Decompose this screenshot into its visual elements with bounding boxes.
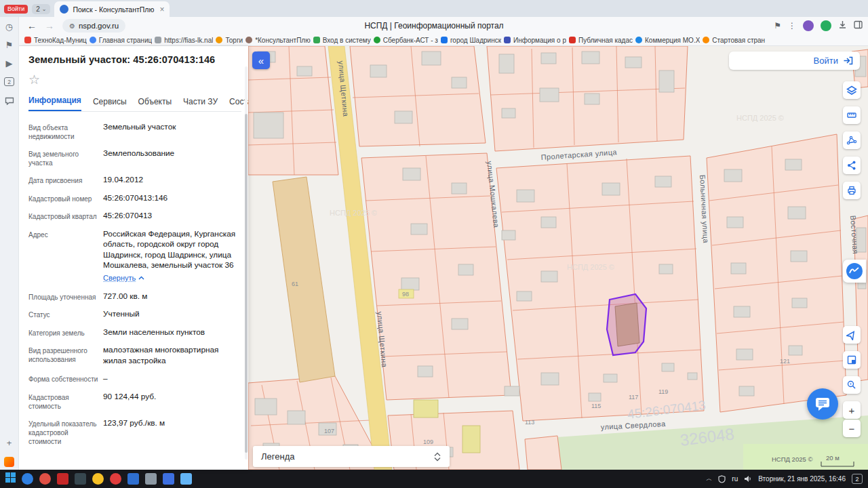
active-tab[interactable]: Поиск - КонсультантПлю ×	[54, 1, 170, 17]
cadastral-map[interactable]: улица Щеткина улица Щеткина улица Мошкал…	[248, 46, 868, 470]
windows-taskbar: ︿ ru Вторник, 21 янв 2025, 16:46 2	[0, 470, 868, 488]
shield-icon[interactable]	[718, 475, 726, 483]
taskbar-app-icon[interactable]	[145, 473, 157, 485]
panel-scrollbar[interactable]	[245, 66, 248, 460]
taskbar-app-icon[interactable]	[180, 473, 192, 485]
notification-badge[interactable]: 2	[852, 474, 863, 484]
chat-bubble-icon[interactable]	[5, 96, 14, 108]
bookmark-item[interactable]: Главная страниц	[90, 37, 152, 44]
share-icon	[846, 160, 857, 171]
attribute-row: Вид объекта недвижимостиЗемельный участо…	[28, 115, 241, 141]
favorite-star-icon[interactable]: ☆	[28, 72, 241, 87]
taskbar-app-icon[interactable]	[92, 473, 104, 485]
bookmark-favicon	[24, 37, 31, 43]
bookmark-item[interactable]: Публичная кадас	[569, 37, 633, 44]
taskbar-app-icon[interactable]	[110, 473, 121, 485]
feedback-pen-button[interactable]	[843, 260, 866, 283]
history-clock-icon[interactable]: ◷	[5, 22, 13, 31]
attribute-row: Дата присвоения19.04.2012	[28, 167, 241, 186]
bookmark-item[interactable]: *КонсультантПлю	[245, 37, 311, 44]
player-icon[interactable]: ▶	[6, 59, 13, 68]
zoom-in-button[interactable]: +	[843, 401, 861, 419]
bookmark-flag-icon[interactable]: ⚑	[774, 22, 781, 30]
parcel-number: 107	[324, 428, 334, 434]
support-chat-button[interactable]	[807, 388, 838, 420]
taskbar-app-icon[interactable]	[163, 473, 174, 485]
collapse-address-link[interactable]: Свернуть	[103, 273, 144, 283]
login-bar[interactable]: Войти	[729, 52, 860, 70]
close-icon[interactable]: ×	[159, 5, 164, 14]
share-button[interactable]	[843, 157, 861, 174]
bookmark-favicon	[635, 37, 642, 43]
bookmark-item[interactable]: город Шадринск	[441, 37, 501, 44]
bookmark-item[interactable]: Сбербанк-АСТ - з	[374, 37, 438, 44]
tab-information[interactable]: Информация	[28, 96, 81, 111]
bookmarks-flag-icon[interactable]: ⚑	[5, 41, 14, 49]
taskbar-app-icon[interactable]	[22, 473, 33, 485]
windows-logo-icon	[5, 472, 16, 483]
collapse-panel-button[interactable]: «	[252, 52, 270, 69]
tab-parts[interactable]: Части ЗУ	[183, 97, 218, 111]
bookmark-favicon	[155, 37, 161, 43]
bookmark-item[interactable]: Торги	[216, 37, 243, 44]
login-button-label[interactable]: Войти	[814, 56, 838, 66]
back-icon[interactable]: ←	[27, 21, 37, 30]
address-value: Российская Федерация, Курганская область…	[103, 229, 235, 270]
taskbar-app-icon[interactable]	[39, 473, 51, 485]
start-button[interactable]	[5, 472, 16, 485]
measure-area-button[interactable]	[843, 131, 861, 149]
taskbar-app-icon[interactable]	[127, 473, 139, 485]
taskbar-app-icon[interactable]	[57, 473, 68, 485]
object-title: Земельный участок: 45:26:070413:146	[28, 54, 241, 65]
scrollbar-thumb[interactable]	[245, 114, 248, 453]
profile-avatar[interactable]	[803, 20, 814, 31]
taskbar-app-icon[interactable]	[75, 473, 86, 485]
side-panel-icon[interactable]	[854, 20, 863, 32]
bookmark-favicon	[441, 37, 448, 43]
yandex-services-icon[interactable]	[4, 457, 14, 467]
tray-expand-icon[interactable]: ︿	[706, 474, 712, 483]
bookmark-item[interactable]: Вход в систему	[313, 37, 371, 44]
layers-button[interactable]	[843, 81, 861, 99]
tab-services[interactable]: Сервисы	[93, 97, 127, 111]
chevron-up-icon	[138, 276, 144, 280]
parcel-number: 115	[591, 403, 601, 409]
gps-arrow-icon	[846, 329, 857, 340]
print-button[interactable]	[843, 182, 861, 199]
attribute-row: Кадастровый номер45:26:070413:146	[28, 186, 241, 204]
language-indicator[interactable]: ru	[732, 475, 738, 483]
legend-bar[interactable]: Легенда	[253, 446, 450, 467]
secondary-avatar[interactable]	[821, 20, 831, 31]
tabs-count-badge[interactable]: 2	[4, 77, 14, 86]
parcel-number: 109	[423, 439, 433, 445]
bookmark-item[interactable]: Стартовая стран	[703, 37, 765, 44]
clock-datetime[interactable]: Вторник, 21 янв 2025, 16:46	[758, 475, 846, 483]
menu-dots-icon[interactable]: ⋮	[788, 22, 796, 30]
tab-favicon	[60, 5, 68, 14]
bookmark-item[interactable]: Информация о р	[504, 37, 566, 44]
magnifier-icon	[846, 380, 857, 390]
speaker-icon[interactable]	[744, 475, 752, 483]
search-on-map-button[interactable]	[843, 376, 861, 394]
bookmark-item[interactable]: ТехноКад-Муниц	[24, 37, 87, 44]
measure-ruler-button[interactable]	[843, 106, 861, 124]
url-field[interactable]: ⚙ nspd.gov.ru	[62, 19, 125, 33]
my-location-button[interactable]	[843, 326, 861, 344]
bookmarks-bar: ТехноКад-Муниц Главная страниц https://f…	[0, 35, 868, 46]
bookmark-item[interactable]: Коммерция МО.Х	[635, 37, 700, 44]
site-settings-icon[interactable]: ⚙	[69, 22, 75, 30]
overview-map-button[interactable]	[843, 351, 861, 369]
selected-parcel[interactable]	[607, 294, 646, 355]
bookmark-favicon	[216, 37, 222, 43]
expand-collapse-chevrons-icon[interactable]	[433, 452, 441, 462]
bookmark-item[interactable]: https://fias-lk.nal	[155, 37, 213, 44]
tab-group-chip[interactable]: 2 ⌄	[32, 4, 50, 14]
add-panel-icon[interactable]: +	[7, 439, 12, 447]
zoom-out-button[interactable]: −	[843, 420, 861, 437]
selected-parcel-building	[615, 303, 639, 346]
browser-login-chip[interactable]: Войти	[4, 5, 28, 14]
addressbar-actions: ⚑ ⋮	[774, 17, 863, 35]
tab-objects[interactable]: Объекты	[138, 97, 172, 111]
download-icon[interactable]	[838, 20, 847, 32]
panel-tabs: Информация Сервисы Объекты Части ЗУ Сост…	[28, 96, 241, 112]
